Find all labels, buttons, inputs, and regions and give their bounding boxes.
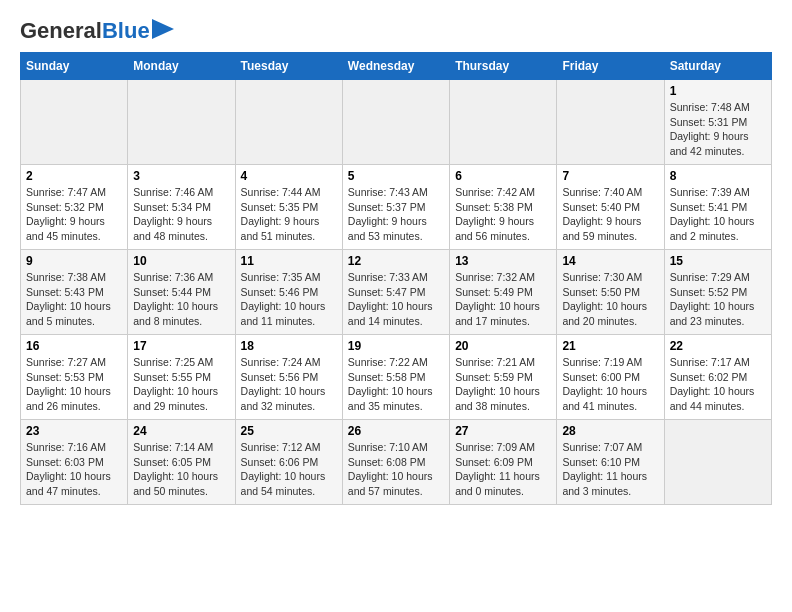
calendar-cell: 1Sunrise: 7:48 AM Sunset: 5:31 PM Daylig… (664, 80, 771, 165)
weekday-header: Friday (557, 53, 664, 80)
calendar-header-row: SundayMondayTuesdayWednesdayThursdayFrid… (21, 53, 772, 80)
weekday-header: Tuesday (235, 53, 342, 80)
day-number: 11 (241, 254, 337, 268)
day-number: 21 (562, 339, 658, 353)
day-number: 23 (26, 424, 122, 438)
calendar-cell: 23Sunrise: 7:16 AM Sunset: 6:03 PM Dayli… (21, 420, 128, 505)
day-number: 5 (348, 169, 444, 183)
day-info: Sunrise: 7:35 AM Sunset: 5:46 PM Dayligh… (241, 270, 337, 329)
calendar-cell: 5Sunrise: 7:43 AM Sunset: 5:37 PM Daylig… (342, 165, 449, 250)
day-info: Sunrise: 7:17 AM Sunset: 6:02 PM Dayligh… (670, 355, 766, 414)
day-number: 6 (455, 169, 551, 183)
day-info: Sunrise: 7:48 AM Sunset: 5:31 PM Dayligh… (670, 100, 766, 159)
day-info: Sunrise: 7:21 AM Sunset: 5:59 PM Dayligh… (455, 355, 551, 414)
calendar-week-row: 16Sunrise: 7:27 AM Sunset: 5:53 PM Dayli… (21, 335, 772, 420)
calendar-cell: 2Sunrise: 7:47 AM Sunset: 5:32 PM Daylig… (21, 165, 128, 250)
day-info: Sunrise: 7:47 AM Sunset: 5:32 PM Dayligh… (26, 185, 122, 244)
calendar-cell: 12Sunrise: 7:33 AM Sunset: 5:47 PM Dayli… (342, 250, 449, 335)
weekday-header: Monday (128, 53, 235, 80)
day-info: Sunrise: 7:27 AM Sunset: 5:53 PM Dayligh… (26, 355, 122, 414)
day-info: Sunrise: 7:39 AM Sunset: 5:41 PM Dayligh… (670, 185, 766, 244)
calendar-cell: 6Sunrise: 7:42 AM Sunset: 5:38 PM Daylig… (450, 165, 557, 250)
calendar-week-row: 23Sunrise: 7:16 AM Sunset: 6:03 PM Dayli… (21, 420, 772, 505)
day-info: Sunrise: 7:36 AM Sunset: 5:44 PM Dayligh… (133, 270, 229, 329)
day-info: Sunrise: 7:42 AM Sunset: 5:38 PM Dayligh… (455, 185, 551, 244)
day-number: 12 (348, 254, 444, 268)
day-info: Sunrise: 7:30 AM Sunset: 5:50 PM Dayligh… (562, 270, 658, 329)
svg-marker-0 (152, 19, 174, 39)
calendar-cell: 26Sunrise: 7:10 AM Sunset: 6:08 PM Dayli… (342, 420, 449, 505)
day-info: Sunrise: 7:32 AM Sunset: 5:49 PM Dayligh… (455, 270, 551, 329)
calendar-cell: 27Sunrise: 7:09 AM Sunset: 6:09 PM Dayli… (450, 420, 557, 505)
day-number: 14 (562, 254, 658, 268)
day-info: Sunrise: 7:22 AM Sunset: 5:58 PM Dayligh… (348, 355, 444, 414)
day-info: Sunrise: 7:25 AM Sunset: 5:55 PM Dayligh… (133, 355, 229, 414)
weekday-header: Wednesday (342, 53, 449, 80)
day-number: 9 (26, 254, 122, 268)
day-info: Sunrise: 7:44 AM Sunset: 5:35 PM Dayligh… (241, 185, 337, 244)
logo-arrow-icon (152, 19, 174, 39)
calendar-cell: 3Sunrise: 7:46 AM Sunset: 5:34 PM Daylig… (128, 165, 235, 250)
day-number: 25 (241, 424, 337, 438)
calendar-cell: 10Sunrise: 7:36 AM Sunset: 5:44 PM Dayli… (128, 250, 235, 335)
calendar-cell: 13Sunrise: 7:32 AM Sunset: 5:49 PM Dayli… (450, 250, 557, 335)
calendar-week-row: 9Sunrise: 7:38 AM Sunset: 5:43 PM Daylig… (21, 250, 772, 335)
calendar-cell: 22Sunrise: 7:17 AM Sunset: 6:02 PM Dayli… (664, 335, 771, 420)
calendar-cell: 19Sunrise: 7:22 AM Sunset: 5:58 PM Dayli… (342, 335, 449, 420)
calendar-cell: 18Sunrise: 7:24 AM Sunset: 5:56 PM Dayli… (235, 335, 342, 420)
day-number: 28 (562, 424, 658, 438)
day-info: Sunrise: 7:12 AM Sunset: 6:06 PM Dayligh… (241, 440, 337, 499)
calendar-cell: 25Sunrise: 7:12 AM Sunset: 6:06 PM Dayli… (235, 420, 342, 505)
day-info: Sunrise: 7:10 AM Sunset: 6:08 PM Dayligh… (348, 440, 444, 499)
calendar-cell: 24Sunrise: 7:14 AM Sunset: 6:05 PM Dayli… (128, 420, 235, 505)
day-number: 13 (455, 254, 551, 268)
logo-text: GeneralBlue (20, 20, 150, 42)
calendar-cell: 17Sunrise: 7:25 AM Sunset: 5:55 PM Dayli… (128, 335, 235, 420)
day-number: 1 (670, 84, 766, 98)
day-number: 8 (670, 169, 766, 183)
day-info: Sunrise: 7:14 AM Sunset: 6:05 PM Dayligh… (133, 440, 229, 499)
page-header: GeneralBlue (20, 20, 772, 42)
day-number: 15 (670, 254, 766, 268)
calendar-cell: 11Sunrise: 7:35 AM Sunset: 5:46 PM Dayli… (235, 250, 342, 335)
calendar-week-row: 1Sunrise: 7:48 AM Sunset: 5:31 PM Daylig… (21, 80, 772, 165)
day-number: 27 (455, 424, 551, 438)
day-number: 16 (26, 339, 122, 353)
day-info: Sunrise: 7:46 AM Sunset: 5:34 PM Dayligh… (133, 185, 229, 244)
day-number: 2 (26, 169, 122, 183)
calendar-cell: 21Sunrise: 7:19 AM Sunset: 6:00 PM Dayli… (557, 335, 664, 420)
logo-general: General (20, 18, 102, 43)
logo: GeneralBlue (20, 20, 174, 42)
day-info: Sunrise: 7:24 AM Sunset: 5:56 PM Dayligh… (241, 355, 337, 414)
calendar-cell: 7Sunrise: 7:40 AM Sunset: 5:40 PM Daylig… (557, 165, 664, 250)
calendar-week-row: 2Sunrise: 7:47 AM Sunset: 5:32 PM Daylig… (21, 165, 772, 250)
day-info: Sunrise: 7:43 AM Sunset: 5:37 PM Dayligh… (348, 185, 444, 244)
day-info: Sunrise: 7:38 AM Sunset: 5:43 PM Dayligh… (26, 270, 122, 329)
calendar-cell: 8Sunrise: 7:39 AM Sunset: 5:41 PM Daylig… (664, 165, 771, 250)
calendar-cell: 16Sunrise: 7:27 AM Sunset: 5:53 PM Dayli… (21, 335, 128, 420)
calendar-cell (21, 80, 128, 165)
calendar-cell: 9Sunrise: 7:38 AM Sunset: 5:43 PM Daylig… (21, 250, 128, 335)
calendar-table: SundayMondayTuesdayWednesdayThursdayFrid… (20, 52, 772, 505)
day-info: Sunrise: 7:40 AM Sunset: 5:40 PM Dayligh… (562, 185, 658, 244)
day-info: Sunrise: 7:09 AM Sunset: 6:09 PM Dayligh… (455, 440, 551, 499)
calendar-cell (342, 80, 449, 165)
logo-blue: Blue (102, 18, 150, 43)
day-info: Sunrise: 7:16 AM Sunset: 6:03 PM Dayligh… (26, 440, 122, 499)
calendar-cell: 28Sunrise: 7:07 AM Sunset: 6:10 PM Dayli… (557, 420, 664, 505)
day-number: 19 (348, 339, 444, 353)
day-number: 26 (348, 424, 444, 438)
day-info: Sunrise: 7:33 AM Sunset: 5:47 PM Dayligh… (348, 270, 444, 329)
calendar-cell: 20Sunrise: 7:21 AM Sunset: 5:59 PM Dayli… (450, 335, 557, 420)
calendar-cell (664, 420, 771, 505)
calendar-cell (450, 80, 557, 165)
calendar-cell (557, 80, 664, 165)
calendar-cell: 14Sunrise: 7:30 AM Sunset: 5:50 PM Dayli… (557, 250, 664, 335)
day-number: 22 (670, 339, 766, 353)
calendar-cell: 15Sunrise: 7:29 AM Sunset: 5:52 PM Dayli… (664, 250, 771, 335)
day-info: Sunrise: 7:29 AM Sunset: 5:52 PM Dayligh… (670, 270, 766, 329)
day-number: 7 (562, 169, 658, 183)
weekday-header: Sunday (21, 53, 128, 80)
day-number: 3 (133, 169, 229, 183)
day-number: 4 (241, 169, 337, 183)
